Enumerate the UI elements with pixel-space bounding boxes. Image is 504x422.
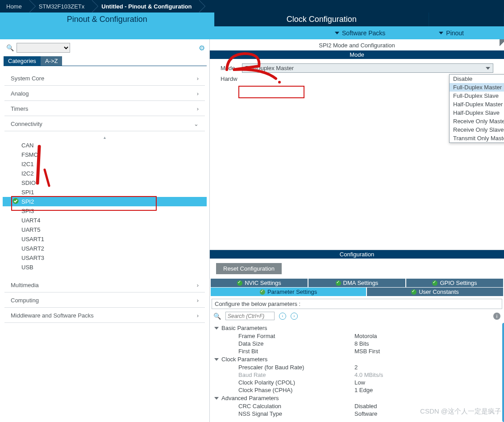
search-icon[interactable]: 🔍 (213, 313, 221, 320)
tab-categories[interactable]: Categories (4, 56, 41, 66)
check-icon (12, 198, 19, 204)
gear-icon[interactable]: ⚙ (199, 44, 205, 52)
sidebar-item-i2c1[interactable]: I2C1 (3, 159, 207, 169)
submenu-label: Pinout (446, 29, 464, 37)
section-timers[interactable]: Timers› (4, 101, 205, 116)
chevron-down-icon (214, 397, 219, 400)
param-row[interactable]: Clock Polarity (CPOL)Low (214, 379, 500, 386)
breadcrumb: Home STM32F103ZETx Untitled - Pinout & C… (0, 0, 504, 13)
sort-icon[interactable]: ▴ (3, 134, 207, 141)
param-row[interactable]: Baud Rate4.0 MBits/s (214, 371, 500, 379)
category-tabs: Categories A->Z (4, 56, 207, 66)
param-value: 4.0 MBits/s (354, 372, 383, 378)
param-name: NSS Signal Type (238, 410, 354, 417)
section-middleware-and-software-packs[interactable]: Middleware and Software Packs› (4, 308, 205, 323)
scrollbar[interactable] (502, 323, 504, 422)
mode-label: Mode (221, 65, 238, 71)
chevron-icon: › (197, 312, 199, 319)
param-name: Clock Polarity (CPOL) (238, 379, 354, 386)
tab-gpio-settings[interactable]: GPIO Settings (406, 279, 503, 287)
param-row[interactable]: First BitMSB First (214, 347, 500, 355)
section-connectivity[interactable]: Connectivity⌄ (4, 116, 205, 131)
submenu-pinout[interactable]: Pinout (439, 29, 464, 37)
reset-configuration-button[interactable]: Reset Configuration (216, 263, 282, 274)
mode-value: Full-Duplex Master (245, 65, 294, 71)
section-label: Timers (11, 105, 28, 112)
chevron-icon: › (197, 75, 199, 82)
tab-az[interactable]: A->Z (41, 56, 62, 66)
dropdown-option[interactable]: Disable (450, 75, 504, 83)
dropdown-option[interactable]: Full-Duplex Slave (450, 92, 504, 100)
check-icon (260, 289, 265, 295)
next-button[interactable]: › (291, 313, 298, 320)
sidebar-item-uart5[interactable]: UART5 (3, 225, 207, 234)
dropdown-option[interactable]: Receive Only Slave (450, 125, 504, 134)
sidebar-item-fsmc[interactable]: FSMC (3, 150, 207, 159)
param-group-header[interactable]: Basic Parameters (214, 324, 500, 332)
section-label: Computing (11, 297, 39, 304)
search-icon[interactable]: 🔍 (6, 44, 14, 51)
section-label: Middleware and Software Packs (11, 312, 94, 319)
tab-clock-config[interactable]: Clock Configuration (215, 13, 429, 26)
param-value: 2 (354, 364, 358, 371)
chevron-icon: › (197, 297, 199, 304)
param-group-header[interactable]: Clock Parameters (214, 355, 500, 364)
sidebar-item-sdio[interactable]: SDIO (3, 178, 207, 188)
configure-label: Configure the below parameters : (212, 299, 502, 309)
list-item-label: SDIO (21, 180, 36, 186)
sidebar-item-usart3[interactable]: USART3 (3, 253, 207, 263)
check-icon (336, 280, 341, 286)
breadcrumb-page[interactable]: Untitled - Pinout & Configuration (92, 0, 199, 13)
dropdown-option[interactable]: Full-Duplex Master (450, 83, 504, 92)
param-row[interactable]: Prescaler (for Baud Rate)2 (214, 364, 500, 371)
tab-parameter-settings[interactable]: Parameter Settings (211, 288, 366, 296)
dropdown-option[interactable]: Half-Duplex Slave (450, 109, 504, 117)
param-row[interactable]: Clock Phase (CPHA)1 Edge (214, 386, 500, 394)
list-item-label: USART1 (21, 236, 44, 242)
tab-pinout-config[interactable]: Pinout & Configuration (0, 13, 215, 26)
section-analog[interactable]: Analog› (4, 86, 205, 101)
list-item-label: I2C2 (21, 170, 33, 177)
tab-nvic-settings[interactable]: NVIC Settings (211, 279, 308, 287)
prev-button[interactable]: ‹ (279, 313, 286, 320)
dropdown-option[interactable]: Half-Duplex Master (450, 100, 504, 109)
main-tabs: Pinout & Configuration Clock Configurati… (0, 13, 504, 26)
chevron-icon: › (197, 282, 199, 288)
param-group-header[interactable]: Advanced Parameters (214, 394, 500, 402)
sidebar-item-uart4[interactable]: UART4 (3, 216, 207, 225)
mode-dropdown[interactable]: DisableFull-Duplex MasterFull-Duplex Sla… (449, 74, 504, 143)
tab-label: Parameter Settings (267, 288, 317, 295)
panel-title: SPI2 Mode and Configuration (210, 39, 504, 50)
submenu-software-packs[interactable]: Software Packs (335, 29, 385, 37)
watermark: CSDN @这个人一定是疯子 (420, 407, 501, 416)
mode-select[interactable]: Full-Duplex Master (242, 63, 493, 73)
section-computing[interactable]: Computing› (4, 292, 205, 308)
tab-user-constants[interactable]: User Constants (367, 288, 503, 296)
sidebar-item-can[interactable]: CAN (3, 141, 207, 150)
tab-dma-settings[interactable]: DMA Settings (308, 279, 405, 287)
section-multimedia[interactable]: Multimedia› (4, 277, 205, 292)
param-row[interactable]: Data Size8 Bits (214, 340, 500, 347)
param-row[interactable]: Frame FormatMotorola (214, 332, 500, 340)
left-panel: 🔍 ⚙ Categories A->Z System Core›Analog›T… (0, 39, 210, 422)
param-search-input[interactable] (225, 312, 275, 320)
tab-extra[interactable] (429, 13, 504, 26)
sidebar-item-spi2[interactable]: SPI2 (3, 197, 207, 206)
sidebar-item-spi1[interactable]: SPI1 (3, 188, 207, 197)
breadcrumb-chip[interactable]: STM32F103ZETx (29, 0, 92, 13)
sidebar-item-usb[interactable]: USB (3, 263, 207, 272)
sidebar-item-i2c2[interactable]: I2C2 (3, 169, 207, 178)
sidebar-item-usart1[interactable]: USART1 (3, 234, 207, 244)
dropdown-option[interactable]: Transmit Only Master (450, 134, 504, 142)
sidebar-item-spi3[interactable]: SPI3 (3, 206, 207, 216)
right-panel: SPI2 Mode and Configuration Mode Mode Fu… (210, 39, 504, 422)
chevron-down-icon (439, 32, 443, 34)
info-icon[interactable]: i (493, 313, 500, 320)
param-value: 8 Bits (354, 340, 369, 347)
collapse-handle[interactable] (500, 39, 504, 49)
section-system-core[interactable]: System Core› (4, 71, 205, 86)
search-select[interactable] (17, 43, 70, 53)
sidebar-item-usart2[interactable]: USART2 (3, 244, 207, 253)
breadcrumb-home[interactable]: Home (0, 0, 29, 13)
dropdown-option[interactable]: Receive Only Master (450, 117, 504, 125)
